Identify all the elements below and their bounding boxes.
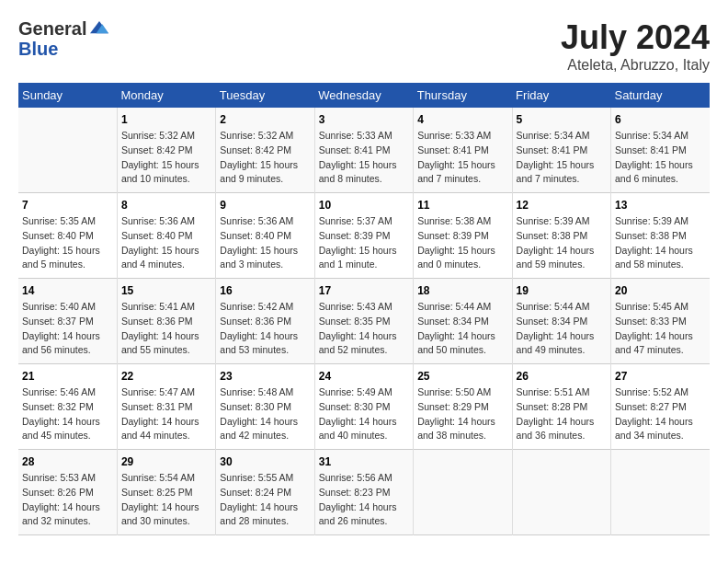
calendar-cell: 20Sunrise: 5:45 AM Sunset: 8:33 PM Dayli… — [611, 279, 710, 364]
day-number: 22 — [121, 370, 211, 383]
day-of-week-header: Monday — [117, 83, 215, 108]
calendar-cell: 18Sunrise: 5:44 AM Sunset: 8:34 PM Dayli… — [414, 279, 512, 364]
day-info: Sunrise: 5:46 AM Sunset: 8:32 PM Dayligh… — [22, 385, 113, 443]
day-info: Sunrise: 5:44 AM Sunset: 8:34 PM Dayligh… — [517, 300, 607, 358]
calendar-cell: 9Sunrise: 5:36 AM Sunset: 8:40 PM Daylig… — [216, 193, 314, 279]
day-number: 18 — [417, 284, 507, 297]
day-number: 31 — [319, 455, 409, 468]
calendar-table: SundayMondayTuesdayWednesdayThursdayFrid… — [18, 83, 710, 535]
day-info: Sunrise: 5:48 AM Sunset: 8:30 PM Dayligh… — [220, 385, 310, 443]
title-block: July 2024 Ateleta, Abruzzo, Italy — [561, 18, 710, 74]
day-number: 14 — [22, 284, 113, 297]
calendar-cell: 23Sunrise: 5:48 AM Sunset: 8:30 PM Dayli… — [216, 364, 314, 450]
page-header: General Blue July 2024 Ateleta, Abruzzo,… — [18, 18, 710, 74]
calendar-cell: 10Sunrise: 5:37 AM Sunset: 8:39 PM Dayli… — [314, 193, 413, 279]
day-number: 3 — [319, 113, 409, 126]
day-info: Sunrise: 5:50 AM Sunset: 8:29 PM Dayligh… — [417, 385, 507, 443]
day-number: 5 — [517, 113, 607, 126]
day-number: 27 — [615, 370, 706, 383]
day-number: 28 — [22, 455, 113, 468]
day-number: 11 — [417, 199, 507, 212]
day-info: Sunrise: 5:34 AM Sunset: 8:41 PM Dayligh… — [517, 129, 607, 187]
calendar-cell: 25Sunrise: 5:50 AM Sunset: 8:29 PM Dayli… — [414, 364, 512, 450]
day-number: 26 — [517, 370, 607, 383]
day-info: Sunrise: 5:40 AM Sunset: 8:37 PM Dayligh… — [22, 300, 113, 358]
day-info: Sunrise: 5:39 AM Sunset: 8:38 PM Dayligh… — [615, 214, 706, 272]
calendar-cell: 28Sunrise: 5:53 AM Sunset: 8:26 PM Dayli… — [18, 450, 117, 535]
day-number: 24 — [319, 370, 409, 383]
day-number: 1 — [121, 113, 211, 126]
calendar-cell: 7Sunrise: 5:35 AM Sunset: 8:40 PM Daylig… — [18, 193, 117, 279]
logo-blue: Blue — [18, 39, 58, 59]
day-info: Sunrise: 5:51 AM Sunset: 8:28 PM Dayligh… — [517, 385, 607, 443]
day-number: 2 — [220, 113, 310, 126]
day-number: 17 — [319, 284, 409, 297]
logo: General Blue — [18, 18, 108, 59]
day-of-week-header: Sunday — [18, 83, 117, 108]
day-info: Sunrise: 5:54 AM Sunset: 8:25 PM Dayligh… — [121, 471, 211, 529]
calendar-cell: 24Sunrise: 5:49 AM Sunset: 8:30 PM Dayli… — [314, 364, 413, 450]
calendar-cell: 14Sunrise: 5:40 AM Sunset: 8:37 PM Dayli… — [18, 279, 117, 364]
day-info: Sunrise: 5:55 AM Sunset: 8:24 PM Dayligh… — [220, 471, 310, 529]
calendar-cell: 22Sunrise: 5:47 AM Sunset: 8:31 PM Dayli… — [117, 364, 215, 450]
day-info: Sunrise: 5:44 AM Sunset: 8:34 PM Dayligh… — [417, 300, 507, 358]
calendar-cell: 4Sunrise: 5:33 AM Sunset: 8:41 PM Daylig… — [414, 108, 512, 193]
calendar-cell: 16Sunrise: 5:42 AM Sunset: 8:36 PM Dayli… — [216, 279, 314, 364]
day-info: Sunrise: 5:39 AM Sunset: 8:38 PM Dayligh… — [517, 214, 607, 272]
day-info: Sunrise: 5:49 AM Sunset: 8:30 PM Dayligh… — [319, 385, 409, 443]
day-info: Sunrise: 5:41 AM Sunset: 8:36 PM Dayligh… — [121, 300, 211, 358]
day-number: 23 — [220, 370, 310, 383]
day-number: 7 — [22, 199, 113, 212]
day-of-week-header: Tuesday — [216, 83, 314, 108]
day-number: 25 — [417, 370, 507, 383]
calendar-cell: 2Sunrise: 5:32 AM Sunset: 8:42 PM Daylig… — [216, 108, 314, 193]
logo-general: General — [18, 18, 86, 39]
calendar-cell: 19Sunrise: 5:44 AM Sunset: 8:34 PM Dayli… — [512, 279, 610, 364]
day-info: Sunrise: 5:37 AM Sunset: 8:39 PM Dayligh… — [319, 214, 409, 272]
calendar-cell: 8Sunrise: 5:36 AM Sunset: 8:40 PM Daylig… — [117, 193, 215, 279]
day-info: Sunrise: 5:42 AM Sunset: 8:36 PM Dayligh… — [220, 300, 310, 358]
calendar-cell: 26Sunrise: 5:51 AM Sunset: 8:28 PM Dayli… — [512, 364, 610, 450]
day-info: Sunrise: 5:33 AM Sunset: 8:41 PM Dayligh… — [319, 129, 409, 187]
day-info: Sunrise: 5:56 AM Sunset: 8:23 PM Dayligh… — [319, 471, 409, 529]
day-of-week-header: Thursday — [414, 83, 512, 108]
calendar-cell: 6Sunrise: 5:34 AM Sunset: 8:41 PM Daylig… — [611, 108, 710, 193]
day-info: Sunrise: 5:35 AM Sunset: 8:40 PM Dayligh… — [22, 214, 113, 272]
day-number: 30 — [220, 455, 310, 468]
day-number: 16 — [220, 284, 310, 297]
day-info: Sunrise: 5:32 AM Sunset: 8:42 PM Dayligh… — [220, 129, 310, 187]
calendar-cell: 29Sunrise: 5:54 AM Sunset: 8:25 PM Dayli… — [117, 450, 215, 535]
calendar-cell: 17Sunrise: 5:43 AM Sunset: 8:35 PM Dayli… — [314, 279, 413, 364]
day-number: 8 — [121, 199, 211, 212]
calendar-cell: 13Sunrise: 5:39 AM Sunset: 8:38 PM Dayli… — [611, 193, 710, 279]
calendar-cell: 12Sunrise: 5:39 AM Sunset: 8:38 PM Dayli… — [512, 193, 610, 279]
logo-icon — [90, 19, 108, 38]
calendar-cell: 15Sunrise: 5:41 AM Sunset: 8:36 PM Dayli… — [117, 279, 215, 364]
calendar-cell: 1Sunrise: 5:32 AM Sunset: 8:42 PM Daylig… — [117, 108, 215, 193]
day-info: Sunrise: 5:38 AM Sunset: 8:39 PM Dayligh… — [417, 214, 507, 272]
calendar-cell — [414, 450, 512, 535]
calendar-cell: 11Sunrise: 5:38 AM Sunset: 8:39 PM Dayli… — [414, 193, 512, 279]
calendar-cell — [18, 108, 117, 193]
day-number: 12 — [517, 199, 607, 212]
day-info: Sunrise: 5:36 AM Sunset: 8:40 PM Dayligh… — [220, 214, 310, 272]
calendar-cell: 31Sunrise: 5:56 AM Sunset: 8:23 PM Dayli… — [314, 450, 413, 535]
calendar-cell: 5Sunrise: 5:34 AM Sunset: 8:41 PM Daylig… — [512, 108, 610, 193]
day-of-week-header: Friday — [512, 83, 610, 108]
location-title: Ateleta, Abruzzo, Italy — [561, 57, 710, 74]
day-number: 20 — [615, 284, 706, 297]
calendar-cell: 30Sunrise: 5:55 AM Sunset: 8:24 PM Dayli… — [216, 450, 314, 535]
day-number: 29 — [121, 455, 211, 468]
day-info: Sunrise: 5:53 AM Sunset: 8:26 PM Dayligh… — [22, 471, 113, 529]
calendar-cell: 21Sunrise: 5:46 AM Sunset: 8:32 PM Dayli… — [18, 364, 117, 450]
day-number: 10 — [319, 199, 409, 212]
day-of-week-header: Wednesday — [314, 83, 413, 108]
day-number: 9 — [220, 199, 310, 212]
day-info: Sunrise: 5:33 AM Sunset: 8:41 PM Dayligh… — [417, 129, 507, 187]
calendar-cell: 27Sunrise: 5:52 AM Sunset: 8:27 PM Dayli… — [611, 364, 710, 450]
month-title: July 2024 — [561, 18, 710, 57]
day-number: 19 — [517, 284, 607, 297]
day-number: 15 — [121, 284, 211, 297]
day-number: 4 — [417, 113, 507, 126]
day-of-week-header: Saturday — [611, 83, 710, 108]
